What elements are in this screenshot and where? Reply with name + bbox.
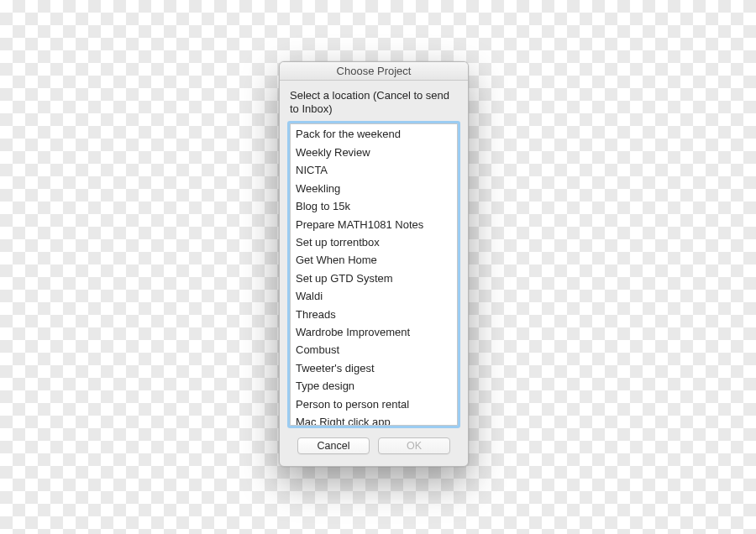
list-item[interactable]: Pack for the weekend (291, 126, 457, 144)
cancel-button[interactable]: Cancel (297, 437, 370, 454)
list-item[interactable]: Get When Home (291, 251, 457, 269)
list-item[interactable]: Wardrobe Improvement (291, 323, 457, 341)
list-item[interactable]: Mac Right click app (291, 413, 457, 425)
project-listbox[interactable]: Pack for the weekend Weekly Review NICTA… (290, 123, 458, 426)
list-item[interactable]: Weekling (291, 180, 457, 197)
list-item[interactable]: Weekly Review (291, 144, 457, 161)
list-item[interactable]: Combust (291, 342, 457, 359)
list-item[interactable]: Prepare MATH1081 Notes (291, 216, 457, 233)
list-item[interactable]: Set up torrentbox (291, 233, 457, 251)
list-item[interactable]: Type design (291, 377, 457, 395)
dialog-title: Choose Project (280, 62, 468, 81)
list-item[interactable]: NICTA (291, 161, 457, 179)
list-item[interactable]: Set up GTD System (291, 270, 457, 287)
list-item[interactable]: Tweeter's digest (291, 359, 457, 377)
choose-project-dialog: Choose Project Select a location (Cancel… (279, 61, 469, 467)
dialog-content: Select a location (Cancel to send to Inb… (280, 81, 468, 466)
list-item[interactable]: Threads (291, 306, 457, 323)
list-item[interactable]: Person to person rental (291, 395, 457, 413)
list-item[interactable]: Waldi (291, 287, 457, 305)
dialog-button-row: Cancel OK (290, 437, 458, 454)
list-item[interactable]: Blog to 15k (291, 197, 457, 215)
dialog-instruction: Select a location (Cancel to send to Inb… (290, 89, 458, 117)
ok-button: OK (378, 437, 450, 454)
